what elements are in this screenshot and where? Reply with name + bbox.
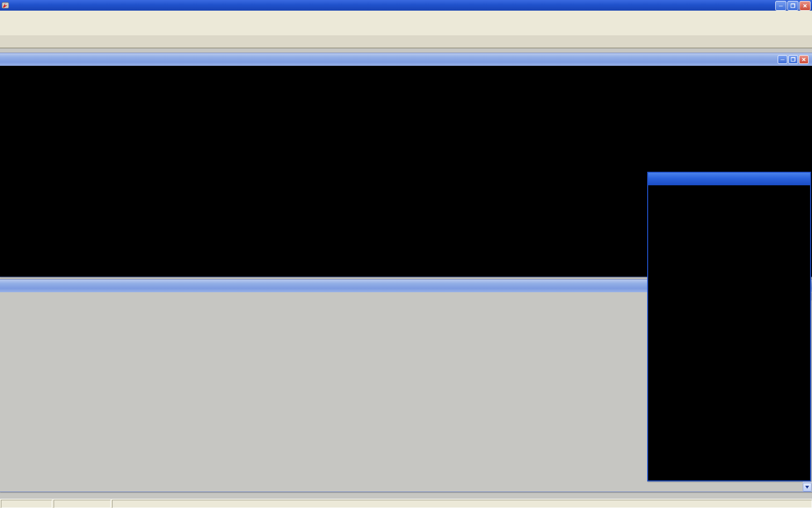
- minimize-button[interactable]: ─: [778, 55, 787, 64]
- toolbar: [0, 21, 812, 36]
- app-icon: [1, 1, 9, 9]
- schematic-icon: [2, 282, 10, 290]
- maximize-button[interactable]: ❐: [787, 1, 798, 11]
- close-button[interactable]: ✕: [799, 55, 809, 64]
- status-bar: [0, 499, 812, 508]
- tab-bar: [0, 35, 812, 48]
- spectrum-window: [647, 172, 811, 481]
- status-filler: [112, 500, 812, 508]
- close-button[interactable]: ✕: [799, 1, 811, 11]
- maximize-button[interactable]: ❐: [788, 55, 798, 64]
- waveform-icon: [2, 56, 10, 63]
- ltspice-app: ─ ❐ ✕ ─ ❐ ✕: [0, 0, 812, 508]
- waveform-icon: [650, 175, 658, 183]
- cursor-x-readout: [1, 500, 52, 508]
- scroll-down-button[interactable]: [803, 483, 812, 492]
- waveform-window-titlebar[interactable]: ─ ❐ ✕: [0, 53, 812, 66]
- spectrum-window-titlebar[interactable]: [648, 173, 810, 185]
- menu-bar: [0, 11, 812, 22]
- title-bar[interactable]: ─ ❐ ✕: [0, 0, 812, 11]
- mdi-area: ─ ❐ ✕: [0, 48, 812, 499]
- spectrum-chart: [648, 185, 808, 478]
- cursor-y-readout: [54, 500, 111, 508]
- minimize-button[interactable]: ─: [775, 1, 786, 11]
- spectrum-plot[interactable]: [648, 185, 810, 480]
